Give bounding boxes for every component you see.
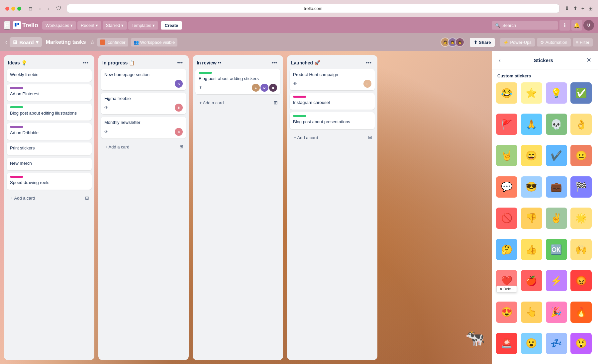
mac-grid-btn[interactable]: ⊞ — [588, 5, 593, 12]
card-title: Blog post about presentations — [293, 119, 371, 125]
sticker-star[interactable]: ⭐ — [521, 82, 542, 104]
card-speed-drawing[interactable]: Speed drawing reels — [7, 173, 92, 190]
add-card-btn-review[interactable]: + Add a card — [197, 98, 272, 107]
add-card-template-btn-2[interactable]: ⊞ — [178, 142, 185, 150]
card-ad-dribbble[interactable]: Ad on Dribbble — [7, 123, 92, 140]
card-weekly-freebie[interactable]: Weekly freebie — [7, 69, 92, 82]
sticker-work-busy[interactable]: 💼 — [546, 176, 567, 198]
card-figma-freebie[interactable]: Figma freebie 👁 B — [101, 93, 186, 114]
card-blog-presentations[interactable]: Blog post about presentations — [290, 112, 375, 129]
sticker-hot[interactable]: 🔥 — [570, 302, 592, 323]
stickers-back-btn[interactable]: ‹ — [497, 55, 502, 65]
sticker-yes[interactable]: 🙌 — [570, 239, 592, 260]
sticker-star2[interactable]: 🌟 — [570, 208, 592, 229]
sticker-dead[interactable]: 💀 — [546, 114, 567, 135]
sticker-plus-one[interactable]: 👆 — [521, 302, 542, 323]
notifications-btn[interactable]: 🔔 — [571, 20, 582, 31]
mac-maximize-dot[interactable] — [17, 7, 21, 11]
card-new-merch[interactable]: New merch — [7, 158, 92, 170]
add-card-template-btn-4[interactable]: ⊞ — [367, 133, 373, 141]
workspace-badge[interactable]: Iconfinder — [97, 38, 128, 46]
sticker-almost-done[interactable]: 🏁 — [570, 176, 592, 198]
create-btn[interactable]: Create — [161, 21, 182, 30]
sticker-nope[interactable]: 👎 — [521, 208, 542, 229]
sticker-done[interactable]: ✔️ — [546, 145, 567, 166]
sticker-ok[interactable]: 🆗 — [546, 239, 567, 260]
mac-close-dot[interactable] — [5, 7, 9, 11]
sticker-meh[interactable]: 😐 — [570, 145, 592, 166]
mac-share-btn[interactable]: ⬆ — [573, 5, 577, 12]
user-avatar[interactable]: U — [583, 20, 594, 31]
board-view-btn[interactable]: ⊞ Board ▾ — [10, 37, 42, 47]
card-blog-editing[interactable]: Blog post about editing illustrations — [7, 104, 92, 120]
sticker-hmm[interactable]: 🤔 — [496, 239, 517, 260]
filter-btn[interactable]: ≡ Filter — [573, 38, 593, 46]
search-bar[interactable]: 🔍 Search — [492, 21, 558, 30]
mac-actions: ⬇ ⬆ + ⊞ — [565, 5, 593, 12]
recent-btn[interactable]: Recent ▾ — [77, 21, 101, 30]
visibility-badge[interactable]: 👥 Workspace visible — [131, 38, 178, 46]
list-menu-launched[interactable]: ••• — [364, 59, 373, 66]
card-product-hunt[interactable]: Product Hunt campaign 👁 F — [290, 69, 375, 90]
sticker-flagged[interactable]: 🚩 — [496, 114, 517, 135]
workspaces-btn[interactable]: Workspaces ▾ — [42, 21, 76, 30]
board-star-btn[interactable]: ☆ — [90, 39, 95, 46]
add-card-template-btn[interactable]: ⊞ — [84, 194, 90, 202]
url-bar[interactable]: trello.com — [67, 4, 559, 13]
add-card-btn-launched[interactable]: + Add a card — [291, 133, 367, 142]
add-card-btn-progress[interactable]: + Add a card — [102, 142, 178, 151]
templates-btn[interactable]: Templates ▾ — [128, 21, 158, 30]
card-ad-pinterest[interactable]: Ad on Pinterest — [7, 84, 92, 101]
sticker-hate-it[interactable]: 😡 — [570, 270, 592, 291]
trello-logo[interactable]: Trello — [13, 21, 38, 29]
info-btn[interactable]: ℹ — [559, 20, 570, 31]
add-card-template-btn-3[interactable]: ⊞ — [272, 99, 279, 107]
stickers-close-btn[interactable]: ✕ — [585, 55, 593, 65]
card-instagram-carousel[interactable]: Instagram carousel — [290, 93, 375, 110]
list-menu-progress[interactable]: ••• — [175, 59, 185, 66]
sticker-awesome[interactable]: 🤘 — [496, 145, 517, 166]
sticker-heart[interactable]: ❤️✕ Dele... — [496, 270, 517, 291]
sticker-feedback[interactable]: 💬 — [496, 176, 517, 198]
sticker-wow[interactable]: 😮 — [521, 333, 542, 354]
sticker-no[interactable]: 🚫 — [496, 208, 517, 229]
mac-download-btn[interactable]: ⬇ — [565, 5, 569, 12]
sticker-good-idea[interactable]: 💡 — [546, 82, 567, 104]
card-print-stickers[interactable]: Print stickers — [7, 142, 92, 155]
add-card-btn-ideas[interactable]: + Add a card — [8, 194, 84, 203]
member-avatar-3[interactable]: 👩 — [455, 38, 464, 47]
sticker-fresh[interactable]: 🍎 — [521, 270, 542, 291]
card-new-homepage[interactable]: New homepage section A — [101, 69, 186, 90]
trello-logo-icon — [13, 21, 21, 29]
list-menu-ideas[interactable]: ••• — [81, 59, 90, 66]
card-monthly-newsletter[interactable]: Monthly newsletter 👁 B — [101, 117, 186, 138]
sticker-off[interactable]: ⚡ — [546, 270, 567, 291]
sticker-kidding[interactable]: 😄 — [521, 145, 542, 166]
starred-btn[interactable]: Starred ▾ — [103, 21, 127, 30]
sticker-zzz[interactable]: 💤 — [546, 333, 567, 354]
automation-btn[interactable]: ⚙ Automation — [537, 38, 571, 46]
mac-forward-btn[interactable]: › — [46, 5, 51, 12]
list-title-progress: In progress 📋 — [102, 60, 135, 65]
mac-new-tab-btn[interactable]: + — [581, 5, 584, 12]
card-blog-stickers[interactable]: Blog post about adding stickers 👁 C D E — [195, 69, 280, 94]
mac-minimize-dot[interactable] — [11, 7, 15, 11]
sticker-lol[interactable]: 😂 — [496, 82, 517, 104]
mac-back-btn[interactable]: ‹ — [37, 5, 43, 12]
sticker-omg[interactable]: 😲 — [570, 333, 592, 354]
share-btn[interactable]: ⬆ Share — [470, 38, 495, 47]
apps-icon[interactable]: ⊞ — [4, 21, 10, 30]
board-back-btn[interactable]: ‹ — [5, 39, 7, 45]
sticker-high-alert[interactable]: 🚨 — [496, 333, 517, 354]
sticker-peace[interactable]: ✌️ — [546, 208, 567, 229]
sticker-chill[interactable]: 😎 — [521, 176, 542, 198]
power-ups-btn[interactable]: ⚡ Power-Ups — [500, 38, 535, 46]
sticker-finished[interactable]: ✅ — [570, 82, 592, 104]
sticker-wow-heart[interactable]: 😍 — [496, 302, 517, 323]
list-menu-review[interactable]: ••• — [269, 59, 279, 66]
sticker-party[interactable]: 🎉 — [546, 302, 567, 323]
sticker-ok-hand[interactable]: 👌 — [570, 114, 592, 135]
sticker-thumbs-up[interactable]: 👍 — [521, 239, 542, 260]
mac-sidebar-btn[interactable]: ⊟ — [27, 5, 35, 12]
sticker-thanks[interactable]: 🙏 — [521, 114, 542, 135]
